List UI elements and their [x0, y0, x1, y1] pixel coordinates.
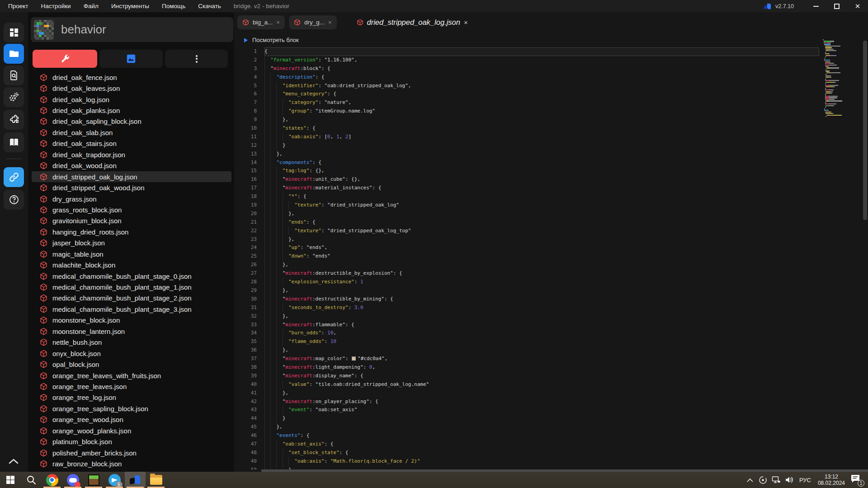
code-line[interactable]: 26},: [234, 261, 868, 269]
code-line[interactable]: 21"ends": {: [234, 218, 868, 227]
code-line[interactable]: 27"minecraft:destructible_by_explosion":…: [234, 269, 868, 278]
file-row[interactable]: dry_grass.json: [32, 193, 231, 204]
file-row[interactable]: dried_oak_trapdoor.json: [32, 149, 231, 160]
taskbar-telegram[interactable]: 5: [104, 472, 125, 488]
menu-настройки[interactable]: Настройки: [41, 3, 71, 9]
sidebar-item-file-search[interactable]: [4, 66, 24, 85]
file-row[interactable]: orange_wood_planks.json: [32, 425, 231, 436]
file-row[interactable]: orange_tree_log.json: [32, 392, 231, 403]
wrench-tool-button[interactable]: [33, 50, 97, 68]
taskbar-bridge[interactable]: [125, 472, 146, 488]
code-line[interactable]: 13},: [234, 150, 868, 159]
code-line[interactable]: 40"value": "tile.oab:dried_stripped_oak_…: [234, 380, 868, 389]
sidebar-item-files[interactable]: [4, 44, 24, 64]
file-row[interactable]: dried_oak_wood.json: [32, 160, 231, 171]
file-row[interactable]: dried_stripped_oak_log.json: [32, 171, 231, 182]
code-line[interactable]: 23},: [234, 235, 868, 244]
file-row[interactable]: orange_tree_leaves_with_fruits.json: [32, 370, 231, 381]
code-line[interactable]: 17"minecraft:material_instances": {: [234, 184, 868, 192]
sidebar-item-docs[interactable]: [4, 132, 24, 152]
code-line[interactable]: 11"oab:axis": [0, 1, 2]: [234, 133, 868, 141]
file-row[interactable]: dried_oak_planks.json: [32, 105, 231, 116]
code-line[interactable]: 28"explosion_resistance": 1: [234, 278, 868, 286]
taskbar-search-button[interactable]: [21, 472, 42, 488]
code-line[interactable]: 25"down": "ends": [234, 252, 868, 261]
tab-close-icon[interactable]: ×: [464, 19, 468, 26]
code-line[interactable]: 48"set_block_state": {: [234, 449, 868, 457]
file-row[interactable]: dried_oak_sapling_block.json: [32, 116, 231, 127]
code-line[interactable]: 22"texture": "dried_stripped_oak_log_top…: [234, 227, 868, 235]
project-header-card[interactable]: behavior: [31, 17, 233, 42]
code-line[interactable]: 20},: [234, 210, 868, 218]
code-line[interactable]: 47"oab:set_axis": {: [234, 440, 868, 449]
code-line[interactable]: 46"events": {: [234, 432, 868, 440]
taskbar-explorer[interactable]: [146, 472, 166, 488]
tab-active[interactable]: dried_stripped_oak_log.json×: [352, 15, 473, 29]
code-line[interactable]: 6"menu_category": {: [234, 90, 868, 99]
code-line[interactable]: 32},: [234, 312, 868, 321]
code-line[interactable]: 42"minecraft:on_player_placing": {: [234, 398, 868, 406]
file-row[interactable]: platinum_block.json: [32, 436, 231, 447]
minimize-button[interactable]: [806, 0, 826, 12]
file-row[interactable]: moonstone_lantern.json: [32, 326, 231, 337]
sidebar-item-link[interactable]: [4, 167, 24, 187]
menu-проект[interactable]: Проект: [8, 3, 28, 9]
sidebar-collapse-button[interactable]: [5, 455, 23, 468]
file-row[interactable]: medical_chamomile_bush_plant_stage_3.jso…: [32, 304, 231, 314]
more-options-button[interactable]: [165, 50, 228, 68]
minimap[interactable]: [823, 39, 861, 130]
file-row[interactable]: grass_roots_block.json: [32, 204, 231, 215]
sidebar-item-help[interactable]: [4, 190, 24, 210]
tray-expand-button[interactable]: [745, 474, 755, 485]
file-row[interactable]: gravitonium_block.json: [32, 216, 231, 226]
file-row[interactable]: medical_chamomile_bush_plant_stage_1.jso…: [32, 282, 231, 292]
code-line[interactable]: 8"group": "itemGroup.name.log": [234, 107, 868, 116]
file-row[interactable]: dried_oak_log.json: [32, 94, 231, 105]
file-row[interactable]: orange_tree_leaves.json: [32, 381, 231, 392]
code-line[interactable]: 30"minecraft:destructible_by_mining": {: [234, 295, 868, 304]
file-row[interactable]: dried_stripped_oak_wood.json: [32, 182, 231, 193]
code-line[interactable]: 24"up": "ends",: [234, 244, 868, 252]
code-line[interactable]: 36},: [234, 346, 868, 355]
sidebar-item-extensions[interactable]: [4, 110, 24, 130]
sidebar-item-dashboard[interactable]: [4, 23, 24, 42]
tab-inactive[interactable]: dry_g...×: [289, 15, 337, 29]
file-row[interactable]: polished_amber_bricks.json: [32, 447, 231, 458]
code-line[interactable]: 9},: [234, 116, 868, 124]
file-row[interactable]: jasper_block.json: [32, 238, 231, 249]
image-tool-button[interactable]: [99, 50, 163, 68]
code-line[interactable]: 14"components": {: [234, 159, 868, 167]
code-line[interactable]: 41},: [234, 389, 868, 398]
editor-vertical-scrollbar[interactable]: [863, 41, 867, 220]
code-line[interactable]: 16"minecraft:unit_cube": {},: [234, 175, 868, 184]
code-line[interactable]: 1{: [234, 47, 868, 56]
code-line[interactable]: 3"minecraft:block": {: [234, 65, 868, 73]
file-row[interactable]: orange_tree_wood.json: [32, 414, 231, 425]
menu-инструменты[interactable]: Инструменты: [111, 3, 149, 9]
code-line[interactable]: 45},: [234, 423, 868, 432]
taskbar-discord[interactable]: [62, 472, 83, 488]
sidebar-item-settings[interactable]: [4, 87, 24, 107]
menu-скачать[interactable]: Скачать: [198, 3, 221, 9]
code-line[interactable]: 7"category": "nature",: [234, 99, 868, 107]
code-line[interactable]: 2"format_version": "1.16.100",: [234, 56, 868, 65]
file-row[interactable]: orange_tree_sapling_block.json: [32, 403, 231, 414]
file-row[interactable]: onyx_block.json: [32, 348, 231, 359]
fold-block-row[interactable]: Посмотреть блок: [234, 33, 868, 47]
file-row[interactable]: raw_bronze_block.json: [32, 458, 231, 469]
code-line[interactable]: 44}: [234, 414, 868, 423]
taskbar-chrome[interactable]: [42, 472, 62, 488]
code-line[interactable]: 33"minecraft:flammable": {: [234, 321, 868, 329]
code-line[interactable]: 50}: [234, 466, 868, 469]
tab-close-icon[interactable]: ×: [328, 19, 332, 26]
code-line[interactable]: 37"minecraft:map_color": "#cdc0a4",: [234, 355, 868, 363]
file-row[interactable]: dried_oak_stairs.json: [32, 138, 231, 149]
code-line[interactable]: 12}: [234, 141, 868, 150]
taskbar-minecraft[interactable]: [83, 472, 104, 488]
code-line[interactable]: 4"description": {: [234, 73, 868, 82]
tray-network[interactable]: [771, 474, 781, 485]
code-line[interactable]: 10"states": {: [234, 124, 868, 133]
start-button[interactable]: [0, 472, 21, 488]
code-line[interactable]: 35"flame_odds": 10: [234, 338, 868, 346]
code-line[interactable]: 19"texture": "dried_stripped_oak_log": [234, 201, 868, 210]
